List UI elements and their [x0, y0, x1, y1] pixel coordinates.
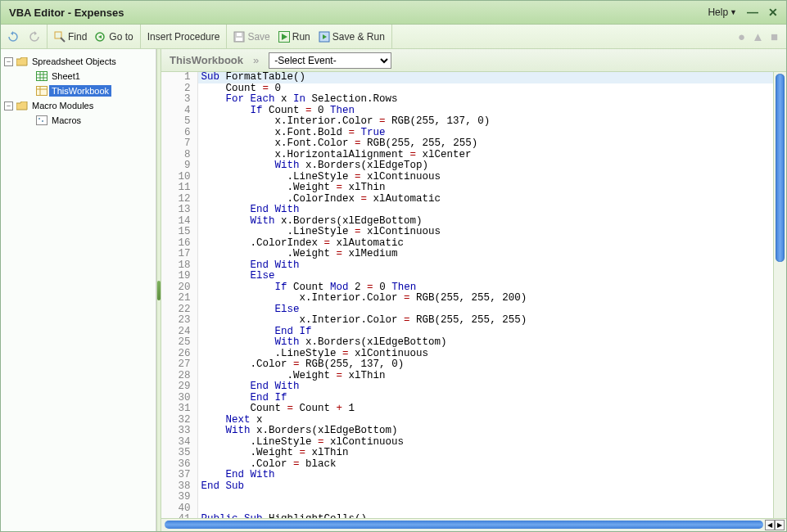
code-cell[interactable]: Sub FormatTable() [197, 72, 773, 83]
code-cell[interactable]: .LineStyle = xlContinuous [197, 227, 773, 238]
code-line[interactable]: 1Sub FormatTable() [161, 72, 773, 83]
minimize-button[interactable]: — [747, 6, 758, 19]
code-cell[interactable]: With x.Borders(xlEdgeBottom) [197, 426, 773, 437]
code-cell[interactable]: End If [197, 393, 773, 404]
find-button[interactable]: Find [54, 31, 87, 43]
code-line[interactable]: 11 .Weight = xlThin [161, 183, 773, 194]
info-icon[interactable]: ● [738, 29, 745, 43]
code-cell[interactable]: Else [197, 304, 773, 316]
code-line[interactable]: 9 With x.Borders(xlEdgeTop) [161, 160, 773, 172]
code-cell[interactable]: Next x [197, 415, 773, 426]
undo-button[interactable] [7, 31, 20, 42]
code-line[interactable]: 36 .Color = black [161, 459, 773, 471]
tree-spreadsheet-objects[interactable]: − Spreadsheet Objects [4, 54, 152, 69]
code-cell[interactable]: x.Font.Color = RGB(255, 255, 255) [197, 138, 773, 150]
code-cell[interactable]: .LineStyle = xlContinuous [197, 172, 773, 183]
warning-icon[interactable]: ▲ [752, 29, 764, 43]
code-line[interactable]: 33 With x.Borders(xlEdgeBottom) [161, 426, 773, 437]
code-line[interactable]: 26 .LineStyle = xlContinuous [161, 349, 773, 360]
code-line[interactable]: 10 .LineStyle = xlContinuous [161, 172, 773, 183]
code-line[interactable]: 38End Sub [161, 481, 773, 493]
nav-left-button[interactable]: ◀ [765, 520, 775, 530]
close-button[interactable]: ✕ [768, 6, 778, 19]
code-cell[interactable]: x.Interior.Color = RGB(255, 255, 200) [197, 293, 773, 304]
code-cell[interactable]: .Weight = xlThin [197, 371, 773, 382]
code-line[interactable]: 12 .ColorIndex = xlAutomatic [161, 194, 773, 205]
code-cell[interactable] [197, 492, 773, 503]
error-icon[interactable]: ■ [771, 29, 778, 43]
tree-thisworkbook[interactable]: ThisWorkbook [4, 83, 152, 98]
code-line[interactable]: 2 Count = 0 [161, 83, 773, 95]
code-line[interactable]: 29 End With [161, 381, 773, 393]
code-cell[interactable]: .LineStyle = xlContinuous [197, 437, 773, 449]
save-button[interactable]: Save [233, 31, 269, 43]
code-cell[interactable]: If Count Mod 2 = 0 Then [197, 282, 773, 294]
tree-macros[interactable]: Macros [4, 113, 152, 128]
code-line[interactable]: 37 End With [161, 470, 773, 481]
project-tree[interactable]: − Spreadsheet Objects Sheet1 ThisWorkboo… [1, 49, 156, 531]
code-cell[interactable]: .Color = black [197, 459, 773, 471]
code-cell[interactable]: For Each x In Selection.Rows [197, 94, 773, 106]
code-line[interactable]: 28 .Weight = xlThin [161, 371, 773, 382]
code-line[interactable]: 4 If Count = 0 Then [161, 106, 773, 117]
code-line[interactable]: 35 .Weight = xlThin [161, 448, 773, 459]
code-line[interactable]: 8 x.HorizontalAlignment = xlCenter [161, 150, 773, 161]
code-line[interactable]: 31 Count = Count + 1 [161, 404, 773, 415]
code-cell[interactable] [197, 503, 773, 515]
code-cell[interactable]: End With [197, 381, 773, 393]
code-line[interactable]: 7 x.Font.Color = RGB(255, 255, 255) [161, 138, 773, 150]
tree-macro-modules[interactable]: − Macro Modules [4, 98, 152, 113]
code-line[interactable]: 23 x.Interior.Color = RGB(255, 255, 255) [161, 315, 773, 327]
scroll-thumb[interactable] [165, 521, 763, 529]
code-cell[interactable]: If Count = 0 Then [197, 106, 773, 117]
code-cell[interactable]: End With [197, 205, 773, 216]
code-line[interactable]: 5 x.Interior.Color = RGB(255, 137, 0) [161, 116, 773, 128]
code-cell[interactable]: With x.Borders(xlEdgeBottom) [197, 216, 773, 228]
code-cell[interactable]: .ColorIndex = xlAutomatic [197, 238, 773, 250]
scroll-thumb[interactable] [776, 74, 785, 262]
code-line[interactable]: 13 End With [161, 205, 773, 216]
collapse-icon[interactable]: − [4, 101, 13, 110]
code-line[interactable]: 14 With x.Borders(xlEdgeBottom) [161, 216, 773, 228]
code-table[interactable]: 1Sub FormatTable()2 Count = 03 For Each … [161, 72, 773, 518]
code-line[interactable]: 17 .Weight = xlMedium [161, 249, 773, 260]
goto-button[interactable]: Go to [95, 31, 133, 43]
vertical-scrollbar[interactable] [773, 72, 786, 518]
save-and-run-button[interactable]: Save & Run [319, 31, 385, 43]
insert-procedure-button[interactable]: Insert Procedure [147, 31, 220, 43]
code-scroll[interactable]: 1Sub FormatTable()2 Count = 03 For Each … [161, 72, 773, 518]
code-cell[interactable]: x.HorizontalAlignment = xlCenter [197, 150, 773, 161]
code-line[interactable]: 34 .LineStyle = xlContinuous [161, 437, 773, 449]
horizontal-scrollbar[interactable] [161, 518, 786, 531]
code-line[interactable]: 40 [161, 503, 773, 515]
code-line[interactable]: 32 Next x [161, 415, 773, 426]
code-cell[interactable]: End Sub [197, 481, 773, 493]
code-line[interactable]: 6 x.Font.Bold = True [161, 128, 773, 139]
code-cell[interactable]: Count = 0 [197, 83, 773, 95]
code-line[interactable]: 27 .Color = RGB(255, 137, 0) [161, 359, 773, 371]
code-line[interactable]: 3 For Each x In Selection.Rows [161, 94, 773, 106]
code-cell[interactable]: Else [197, 271, 773, 282]
event-select[interactable]: -Select Event- [269, 52, 391, 69]
code-line[interactable]: 24 End If [161, 327, 773, 338]
code-line[interactable]: 18 End With [161, 260, 773, 272]
run-button[interactable]: Run [278, 31, 310, 43]
help-menu[interactable]: Help▼ [708, 7, 737, 18]
tree-sheet1[interactable]: Sheet1 [4, 69, 152, 83]
code-cell[interactable]: .Weight = xlThin [197, 183, 773, 194]
code-cell[interactable]: End With [197, 260, 773, 272]
code-cell[interactable]: x.Interior.Color = RGB(255, 255, 255) [197, 315, 773, 327]
code-cell[interactable]: x.Font.Bold = True [197, 128, 773, 139]
code-line[interactable]: 19 Else [161, 271, 773, 282]
code-line[interactable]: 25 With x.Borders(xlEdgeBottom) [161, 337, 773, 349]
code-cell[interactable]: .Weight = xlMedium [197, 249, 773, 260]
code-line[interactable]: 21 x.Interior.Color = RGB(255, 255, 200) [161, 293, 773, 304]
code-cell[interactable]: With x.Borders(xlEdgeBottom) [197, 337, 773, 349]
code-line[interactable]: 16 .ColorIndex = xlAutomatic [161, 238, 773, 250]
nav-right-button[interactable]: ▶ [775, 520, 785, 530]
code-cell[interactable]: Count = Count + 1 [197, 404, 773, 415]
code-cell[interactable]: .Weight = xlThin [197, 448, 773, 459]
code-line[interactable]: 15 .LineStyle = xlContinuous [161, 227, 773, 238]
redo-button[interactable] [28, 31, 40, 42]
code-cell[interactable]: End If [197, 327, 773, 338]
